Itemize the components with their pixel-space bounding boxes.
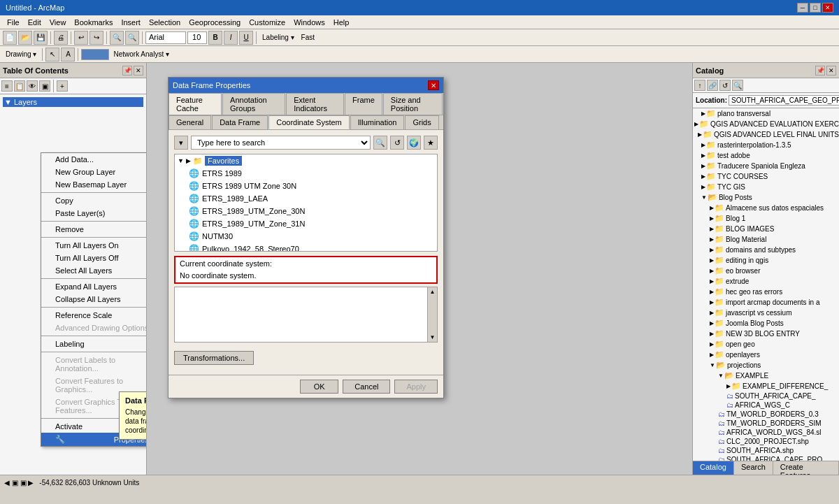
cs-type-dropdown-btn[interactable]: ▾ xyxy=(174,136,188,150)
cat-item-tyc-gis[interactable]: ▶📁TYC GIS xyxy=(693,182,839,192)
cat-item-plano[interactable]: ▶📁plano transversal xyxy=(693,108,839,119)
dialog-close-button[interactable]: ✕ xyxy=(428,80,439,90)
cat-item-js[interactable]: ▶📁javascript vs cessium xyxy=(693,308,839,318)
close-button[interactable]: ✕ xyxy=(822,3,833,13)
menu-windows[interactable]: Windows xyxy=(289,17,329,28)
color-selector[interactable] xyxy=(81,49,109,60)
catalog-close-button[interactable]: ✕ xyxy=(826,66,836,75)
ctx-ref-scale[interactable]: Reference Scale ▶ xyxy=(41,309,147,322)
cs-tree-folder-btn[interactable]: ▶ xyxy=(186,157,191,164)
cat-item-raster[interactable]: ▶📁rasterinterpolation-1.3.5 xyxy=(693,140,839,150)
cat-item-blog-posts[interactable]: ▼📂Blog Posts xyxy=(693,192,839,203)
search-tab[interactable]: Search xyxy=(734,461,773,475)
new-button[interactable]: 📄 xyxy=(3,31,17,45)
tab-grids[interactable]: Grids xyxy=(405,115,438,129)
cat-search-button[interactable]: 🔍 xyxy=(732,80,743,91)
menu-insert[interactable]: Insert xyxy=(117,17,145,28)
cat-item-clc2000[interactable]: 🗂CLC_2000_PROJECT.shp xyxy=(693,437,839,446)
cat-item-open-geo[interactable]: ▶📁open geo xyxy=(693,339,839,350)
cs-scroll-down[interactable]: ▼ xyxy=(429,333,437,342)
ctx-paste-layers[interactable]: Paste Layer(s) xyxy=(41,207,147,219)
create-features-tab[interactable]: Create Features xyxy=(773,461,839,475)
tab-illumination[interactable]: Illumination xyxy=(350,115,405,129)
ctx-new-group-layer[interactable]: New Group Layer xyxy=(41,166,147,178)
tree-item-etrs1989utm30n[interactable]: 🌐 ETRS_1989_UTM_Zone_30N xyxy=(175,205,437,217)
cat-item-sa-cape-pro[interactable]: 🗂SOUTH_AFRICA_CAPE_PRO xyxy=(693,455,839,461)
toc-close-button[interactable]: ✕ xyxy=(134,66,143,75)
select-tool[interactable]: ↖ xyxy=(45,48,59,62)
cat-item-extrude[interactable]: ▶📁extrude xyxy=(693,276,839,287)
redo-button[interactable]: ↪ xyxy=(89,31,103,45)
cat-item-openlayers[interactable]: ▶📁openlayers xyxy=(693,350,839,360)
cat-item-qgis-adv-eval[interactable]: ▶📁QGIS ADVANCED EVALUATION EXERC xyxy=(693,119,839,129)
cat-item-editing[interactable]: ▶📁editing in qgis xyxy=(693,255,839,266)
ctx-remove[interactable]: Remove xyxy=(41,223,147,236)
cat-item-hec[interactable]: ▶📁hec geo ras errors xyxy=(693,287,839,297)
cs-search-button[interactable]: 🔍 xyxy=(373,136,387,150)
ctx-new-basemap-layer[interactable]: New Basemap Layer xyxy=(41,178,147,191)
cat-item-adobe[interactable]: ▶📁test adobe xyxy=(693,150,839,161)
cat-item-domains[interactable]: ▶📁domains and subtypes xyxy=(693,245,839,255)
catalog-pin-button[interactable]: 📌 xyxy=(815,66,825,75)
tab-general[interactable]: General xyxy=(168,115,211,129)
menu-geoprocessing[interactable]: Geoprocessing xyxy=(185,17,245,28)
cs-refresh-button[interactable]: ↺ xyxy=(390,136,404,150)
cat-item-3d[interactable]: ▶📁NEW 3D BLOG ENTRY xyxy=(693,329,839,339)
tab-frame[interactable]: Frame xyxy=(345,93,382,115)
ok-button[interactable]: OK xyxy=(300,380,338,394)
cat-connect-button[interactable]: 🔗 xyxy=(707,80,718,91)
cs-tree-minus[interactable]: ▼ xyxy=(178,157,184,164)
cat-item-joomla[interactable]: ▶📁Joomla Blog Posts xyxy=(693,318,839,329)
transformations-button[interactable]: Transformations... xyxy=(174,351,254,365)
cat-item-sa-cape[interactable]: 🗂SOUTH_AFRICA_CAPE_ xyxy=(693,391,839,401)
cs-scroll-up[interactable]: ▲ xyxy=(429,287,437,296)
cat-item-tyc-courses[interactable]: ▶📁TYC COURSES xyxy=(693,171,839,182)
tree-item-etrs1989[interactable]: 🌐 ETRS 1989 xyxy=(175,167,437,180)
tree-item-pulkovo[interactable]: 🌐 Pulkovo_1942_58_Stereo70 xyxy=(175,243,437,252)
cat-item-africa-wgs-c[interactable]: 🗂AFRICA_WGS_C xyxy=(693,401,839,410)
cat-item-tm-world-sim[interactable]: 🗂TM_WORLD_BORDERS_SIM xyxy=(693,419,839,428)
toc-pin-button[interactable]: 📌 xyxy=(122,66,132,75)
ctx-turn-off[interactable]: Turn All Layers Off xyxy=(41,252,147,264)
favorites-label[interactable]: Favorites xyxy=(205,156,242,166)
cat-item-traducere[interactable]: ▶📁Traducere Spaniola Engleza xyxy=(693,161,839,171)
underline-button[interactable]: U xyxy=(239,31,253,45)
ctx-labeling[interactable]: Labeling ▶ xyxy=(41,338,147,350)
menu-edit[interactable]: Edit xyxy=(24,17,45,28)
menu-view[interactable]: View xyxy=(45,17,71,28)
print-button[interactable]: 🖨 xyxy=(54,31,68,45)
font-name-dropdown[interactable]: Arial xyxy=(145,31,186,44)
cancel-button[interactable]: Cancel xyxy=(343,380,390,394)
menu-file[interactable]: File xyxy=(3,17,24,28)
toc-list-view[interactable]: ≡ xyxy=(1,80,13,92)
cat-item-blog1[interactable]: ▶📁Blog 1 xyxy=(693,213,839,224)
toc-expand-button[interactable]: + xyxy=(57,80,68,92)
open-button[interactable]: 📂 xyxy=(18,31,32,45)
tab-annotation-groups[interactable]: Annotation Groups xyxy=(222,93,285,115)
toc-layers-item[interactable]: ▼ Layers xyxy=(3,97,143,107)
ctx-collapse-all[interactable]: Collapse All Layers xyxy=(41,293,147,305)
tree-item-etrs1989utm30[interactable]: 🌐 ETRS 1989 UTM Zone 30N xyxy=(175,180,437,192)
cat-item-projections[interactable]: ▼📂projections xyxy=(693,360,839,370)
tab-feature-cache[interactable]: Feature Cache xyxy=(168,93,222,115)
cs-search-dropdown[interactable]: Type here to search xyxy=(191,136,371,150)
toc-source-view[interactable]: 📋 xyxy=(14,80,25,92)
toc-selection-view[interactable]: ▣ xyxy=(39,80,50,92)
menu-help[interactable]: Help xyxy=(329,17,354,28)
cat-item-africa-wgs84[interactable]: 🗂AFRICA_WORLD_WGS_84.sl xyxy=(693,428,839,437)
menu-selection[interactable]: Selection xyxy=(145,17,185,28)
ctx-copy[interactable]: Copy xyxy=(41,194,147,207)
ctx-expand-all[interactable]: Expand All Layers xyxy=(41,280,147,293)
undo-button[interactable]: ↩ xyxy=(74,31,88,45)
cat-item-qgis-adv-final[interactable]: ▶📁QGIS ADVANCED LEVEL FINAL UNITS xyxy=(693,129,839,140)
ctx-select-all[interactable]: Select All Layers xyxy=(41,264,147,277)
bold-button[interactable]: B xyxy=(208,31,222,45)
cat-item-almacene[interactable]: ▶📁Almacene sus datos espaciales xyxy=(693,203,839,213)
tree-item-etrs1989utm31n[interactable]: 🌐 ETRS_1989_UTM_Zone_31N xyxy=(175,217,437,230)
catalog-tab[interactable]: Catalog xyxy=(693,461,734,475)
cat-item-blog-images[interactable]: ▶📁BLOG IMAGES xyxy=(693,224,839,234)
cat-item-import[interactable]: ▶📁import arcmap documents in a xyxy=(693,297,839,308)
menu-customize[interactable]: Customize xyxy=(245,17,289,28)
apply-button[interactable]: Apply xyxy=(394,380,438,394)
ctx-add-data[interactable]: Add Data... xyxy=(41,153,147,166)
